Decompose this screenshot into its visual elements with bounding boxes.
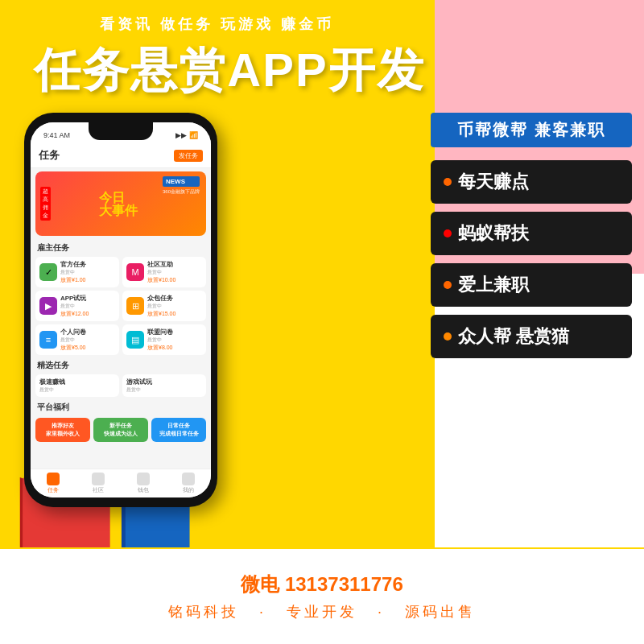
selected-item-1[interactable]: 极速赚钱 悬赏中 — [35, 374, 119, 397]
selected-item-2[interactable]: 游戏试玩 悬赏中 — [122, 374, 206, 397]
feature-text-1: 每天赚点 — [458, 170, 529, 194]
selected-name-2: 游戏试玩 — [126, 378, 202, 386]
feature-item-4: 众人帮 悬赏猫 — [431, 315, 632, 358]
service-separator-2: · — [378, 604, 392, 620]
feature-item-2: 蚂蚁帮扶 — [431, 212, 632, 255]
platform-section-title: 平台福利 — [31, 398, 211, 415]
feature-dot-3 — [444, 281, 452, 289]
task-desc-2: 悬赏中 — [147, 269, 202, 276]
task-name-3: APP试玩 — [60, 294, 115, 303]
benefit-2[interactable]: 新手任务快速成为达人 — [93, 418, 148, 442]
contact-number: 13137311776 — [285, 573, 403, 595]
nav-dot-wallet — [137, 473, 150, 485]
phone-notch — [89, 122, 153, 140]
task-icon-3: ▶ — [39, 297, 57, 315]
task-item-4[interactable]: ⊞ 众包任务 悬赏中 放置¥15.00 — [122, 291, 206, 321]
feature-dot-1 — [444, 178, 452, 186]
platform-benefits: 推荐好友家里额外收入 新手任务快速成为达人 日常任务完成领日常任务 — [31, 415, 211, 445]
task-desc-6: 悬赏中 — [147, 336, 202, 344]
task-name-5: 个人问卷 — [60, 328, 115, 336]
phone-title: 任务 — [39, 148, 60, 163]
selected-desc-1: 悬赏中 — [39, 386, 115, 394]
nav-community[interactable]: 社区 — [92, 473, 105, 494]
task-desc-4: 悬赏中 — [147, 303, 202, 310]
task-reward-6: 放置¥8.00 — [147, 344, 202, 352]
footer: 微电 13137311776 铭码科技 · 专业开发 · 源码出售 — [0, 547, 644, 644]
feature-text-3: 爱上兼职 — [458, 273, 529, 297]
phone-banner: 超高佣金 今日大事件 NEWS 360金融旗下品牌 — [35, 171, 206, 236]
task-name-6: 联盟问卷 — [147, 328, 202, 336]
task-icon-1: ✓ — [39, 263, 57, 281]
task-name-1: 官方任务 — [60, 260, 115, 269]
main-title: 任务悬赏APP开发 — [12, 44, 447, 96]
task-info-1: 官方任务 悬赏中 放置¥1.00 — [60, 260, 115, 284]
task-info-2: 社区互助 悬赏中 放置¥10.00 — [147, 260, 202, 284]
task-info-3: APP试玩 悬赏中 放置¥12.00 — [60, 294, 115, 318]
task-reward-3: 放置¥12.00 — [60, 310, 115, 318]
main-container: 看资讯 做任务 玩游戏 赚金币 任务悬赏APP开发 9:41 AM ▶▶ 📶 任… — [0, 0, 644, 644]
feature-banner: 币帮微帮 兼客兼职 — [431, 113, 632, 147]
selected-section-title: 精选任务 — [31, 357, 211, 373]
task-desc-3: 悬赏中 — [60, 303, 115, 310]
task-info-6: 联盟问卷 悬赏中 放置¥8.00 — [147, 328, 202, 352]
task-name-2: 社区互助 — [147, 260, 202, 269]
benefit-1[interactable]: 推荐好友家里额外收入 — [35, 418, 90, 442]
nav-dot-mine — [182, 473, 195, 485]
feature-dot-2 — [444, 229, 452, 237]
banner-tag: 超高佣金 — [40, 187, 51, 221]
banner-left: 超高佣金 — [35, 182, 99, 225]
nav-mine[interactable]: 我的 — [182, 473, 195, 494]
feature-text-4: 众人帮 悬赏猫 — [458, 324, 569, 349]
phone-post-btn[interactable]: 发任务 — [174, 150, 203, 162]
nav-label-wallet: 钱包 — [138, 487, 149, 493]
task-icon-6: ▤ — [126, 331, 144, 349]
nav-dot-community — [92, 473, 105, 485]
task-desc-1: 悬赏中 — [60, 269, 115, 276]
phone-inner: 9:41 AM ▶▶ 📶 任务 发任务 超高佣金 今日大事件 NEWS 360金… — [31, 122, 211, 497]
nav-dot-task — [47, 473, 60, 485]
top-slogan: 看资讯 做任务 玩游戏 赚金币 — [0, 14, 435, 34]
nav-task[interactable]: 任务 — [47, 473, 60, 494]
task-item-5[interactable]: ≡ 个人问卷 悬赏中 放置¥5.00 — [35, 324, 119, 355]
contact-line: 微电 13137311776 — [241, 572, 403, 597]
nav-label-task: 任务 — [47, 487, 59, 493]
nav-label-community: 社区 — [93, 487, 104, 493]
task-reward-4: 放置¥15.00 — [147, 310, 202, 318]
banner-news: NEWS 360金融旗下品牌 — [163, 176, 200, 196]
feature-item-3: 爱上兼职 — [431, 263, 632, 307]
feature-dot-4 — [444, 332, 452, 341]
task-item-3[interactable]: ▶ APP试玩 悬赏中 放置¥12.00 — [35, 291, 119, 321]
task-icon-2: M — [126, 263, 144, 281]
feature-text-2: 蚂蚁帮扶 — [458, 221, 529, 246]
task-name-4: 众包任务 — [147, 294, 202, 303]
selected-desc-2: 悬赏中 — [126, 386, 202, 394]
employer-section-title: 雇主任务 — [31, 239, 211, 255]
service-2: 源码出售 — [405, 604, 476, 620]
service-1: 专业开发 — [287, 604, 357, 620]
nav-wallet[interactable]: 钱包 — [137, 473, 150, 494]
task-desc-5: 悬赏中 — [60, 336, 115, 344]
service-separator-1: · — [259, 604, 274, 620]
feature-item-1: 每天赚点 — [431, 160, 632, 204]
selected-name-1: 极速赚钱 — [39, 378, 115, 386]
selected-tasks: 极速赚钱 悬赏中 游戏试玩 悬赏中 — [31, 373, 211, 398]
phone-time: 9:41 AM — [43, 131, 70, 139]
phone-signal: ▶▶ 📶 — [175, 131, 198, 139]
task-item-2[interactable]: M 社区互助 悬赏中 放置¥10.00 — [122, 257, 206, 287]
right-panel: 币帮微帮 兼客兼职 每天赚点 蚂蚁帮扶 爱上兼职 众人帮 悬赏猫 — [431, 113, 632, 366]
task-reward-5: 放置¥5.00 — [60, 344, 115, 352]
phone-bottom-nav: 任务 社区 钱包 我的 — [31, 469, 211, 497]
tasks-grid: ✓ 官方任务 悬赏中 放置¥1.00 M 社区互助 悬赏中 放置¥10.00 — [31, 255, 211, 357]
task-reward-1: 放置¥1.00 — [60, 276, 115, 284]
contact-label: 微电 — [241, 573, 279, 595]
phone-header: 任务 发任务 — [31, 145, 211, 168]
task-reward-2: 放置¥10.00 — [147, 276, 202, 284]
company-name: 铭码科技 — [168, 604, 239, 620]
benefit-3[interactable]: 日常任务完成领日常任务 — [151, 418, 206, 442]
task-item-1[interactable]: ✓ 官方任务 悬赏中 放置¥1.00 — [35, 257, 119, 287]
task-item-6[interactable]: ▤ 联盟问卷 悬赏中 放置¥8.00 — [122, 324, 206, 355]
nav-label-mine: 我的 — [183, 487, 194, 493]
task-icon-5: ≡ — [39, 331, 57, 349]
phone-mockup: 9:41 AM ▶▶ 📶 任务 发任务 超高佣金 今日大事件 NEWS 360金… — [24, 113, 217, 507]
task-info-5: 个人问卷 悬赏中 放置¥5.00 — [60, 328, 115, 352]
